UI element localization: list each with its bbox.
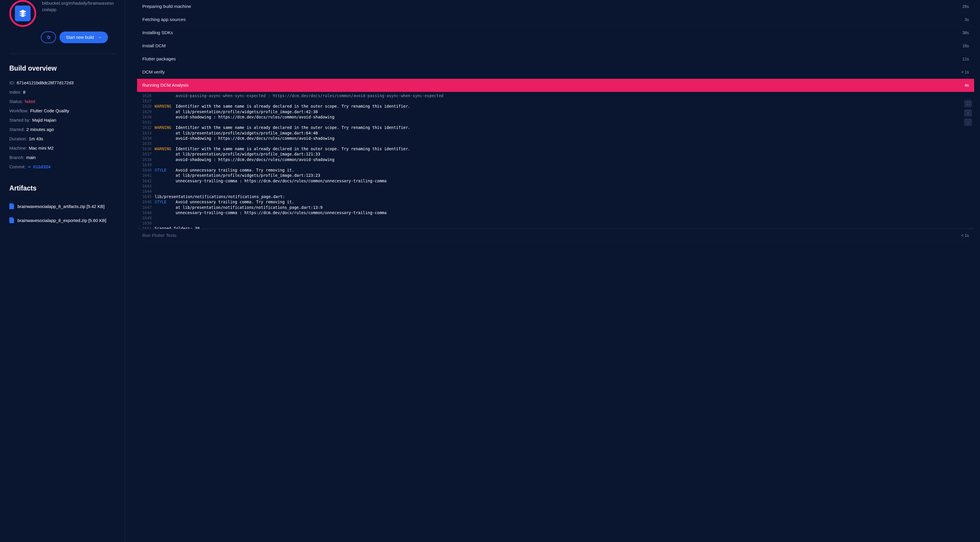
log-message: unnecessary-trailing-comma : https://dcm… [176, 210, 974, 215]
log-line: 1628WARNINGIdentifier with the same name… [139, 104, 974, 109]
log-line: 1629at lib/presentation/profile/widgets/… [139, 109, 974, 114]
overview-value: Flutter Code Quality [30, 107, 69, 114]
overview-label: Machine: [10, 145, 27, 152]
line-number: 1644 [139, 189, 154, 194]
step-time: 38s [962, 30, 969, 35]
overview-value: Majid Hajian [32, 117, 57, 124]
build-step[interactable]: Flutter packages11s [137, 53, 974, 65]
log-tag [154, 173, 176, 178]
log-message: Identifier with the same name is already… [176, 146, 974, 151]
overview-label: Branch: [10, 154, 24, 161]
log-tag: STYLE [154, 199, 176, 204]
log-scroll-down-button[interactable]: ↓ [964, 119, 972, 126]
log-message: at lib/presentation/profile/widgets/prof… [176, 151, 974, 157]
build-step[interactable]: Install DCM16s [137, 39, 974, 53]
step-time: < 1s [961, 70, 969, 74]
log-line: 1641at lib/presentation/profile/widgets/… [139, 173, 974, 178]
log-tag [154, 151, 176, 157]
line-number: 1647 [139, 205, 154, 210]
layers-icon [18, 9, 27, 18]
overview-label: Started by: [10, 117, 30, 124]
log-tag: WARNING [154, 146, 176, 151]
build-step[interactable]: Run Flutter Tests< 1s [137, 229, 974, 242]
artifact-item[interactable]: brainwavesocialapp_8_artifacts.zip [5.42… [10, 199, 115, 213]
log-tag [154, 114, 176, 120]
overview-value: 1m 43s [29, 136, 43, 142]
line-number: 1643 [139, 183, 154, 189]
step-name: DCM verify [142, 69, 165, 75]
build-step[interactable]: DCM verify< 1s [137, 65, 974, 79]
log-tag [154, 205, 176, 210]
line-number: 1628 [139, 104, 154, 109]
overview-label: ID: [10, 79, 15, 86]
log-tag [154, 136, 176, 141]
line-number: 1639 [139, 162, 154, 167]
step-time: 16s [962, 43, 969, 48]
overview-label: Status: [10, 98, 23, 105]
step-time: < 1s [961, 233, 969, 238]
line-number: 1632 [139, 125, 154, 130]
overview-started: Started: 2 minutes ago [10, 126, 115, 133]
log-tag: STYLE [154, 167, 176, 173]
log-message: avoid-shadowing : https://dcm.dev/docs/r… [176, 157, 974, 162]
log-message: lib/presentation/notifications/notificat… [154, 194, 974, 199]
step-name: Install DCM [142, 43, 165, 48]
step-name: Flutter packages [142, 56, 176, 62]
build-step[interactable]: Installing SDKs38s [137, 26, 974, 39]
log-tag [154, 98, 176, 104]
log-line: 1630avoid-shadowing : https://dcm.dev/do… [139, 114, 974, 120]
log-message: Identifier with the same name is already… [176, 104, 974, 109]
step-name: Fetching app sources [142, 17, 186, 22]
step-name: Running DCM Analysis [142, 83, 189, 88]
artifact-item[interactable]: brainwavesocialapp_8_exported.zip [5.60 … [10, 213, 115, 227]
log-line: 1626avoid-passing-async-when-sync-expect… [139, 93, 974, 98]
log-line: 1640STYLEAvoid unnecessary trailing comm… [139, 167, 974, 173]
line-number: 1651 [139, 226, 154, 229]
step-name: Preparing build machine [142, 4, 191, 9]
repo-path: bitbucket.org/mhadaily/brainwavesocialap… [42, 0, 115, 13]
start-build-label: Start new build [66, 35, 94, 40]
log-message: at lib/presentation/profile/widgets/prof… [176, 173, 974, 178]
overview-duration: Duration: 1m 43s [10, 136, 115, 142]
start-build-button[interactable]: Start new build → [59, 32, 108, 43]
artifact-name: brainwavesocialapp_8_exported.zip [5.60 … [18, 218, 106, 223]
line-number: 1627 [139, 98, 154, 104]
log-scroll-up-button[interactable]: ↑ [964, 109, 972, 116]
log-line: 1643 [139, 183, 974, 189]
divider [10, 54, 115, 54]
arrow-up-icon: ↑ [967, 111, 969, 115]
log-message [176, 189, 974, 194]
line-number: 1650 [139, 220, 154, 226]
settings-button[interactable] [41, 32, 56, 43]
overview-label: Duration: [10, 136, 27, 142]
commit-link[interactable]: 012d324 [27, 163, 51, 171]
overview-machine: Machine: Mac mini M2 [10, 145, 115, 152]
overview-index: Index: 8 [10, 89, 115, 96]
log-line: 1650 [139, 220, 974, 226]
line-number: 1641 [139, 173, 154, 178]
overview-started-by: Started by: Majid Hajian [10, 117, 115, 124]
log-message: Identifier with the same name is already… [176, 125, 974, 130]
build-step[interactable]: Preparing build machine26s [137, 0, 974, 13]
overview-value: 2 minutes ago [27, 126, 54, 133]
line-number: 1629 [139, 109, 154, 114]
log-line: 1646STYLEAvoid unnecessary trailing comm… [139, 199, 974, 204]
line-number: 1637 [139, 151, 154, 157]
log-line: 1635 [139, 141, 974, 146]
steps-list: Preparing build machine26sFetching app s… [137, 0, 974, 242]
log-line: 1651Scanned folders: 30 [139, 226, 974, 229]
expand-icon: ⛶ [967, 102, 970, 105]
step-time: 4s [964, 83, 969, 88]
arrow-right-icon: → [97, 35, 102, 40]
log-output[interactable]: 1626avoid-passing-async-when-sync-expect… [137, 92, 974, 229]
line-number: 1630 [139, 114, 154, 120]
build-step[interactable]: Fetching app sources3s [137, 13, 974, 26]
artifacts-section: Artifacts brainwavesocialapp_8_artifacts… [10, 184, 115, 227]
log-line: 1632WARNINGIdentifier with the same name… [139, 125, 974, 130]
log-message: Scanned folders: 30 [154, 226, 974, 229]
log-line: 1642unnecessary-trailing-comma : https:/… [139, 178, 974, 183]
overview-status: Status: failed [10, 98, 115, 105]
log-fullscreen-button[interactable]: ⛶ [964, 100, 972, 107]
build-step[interactable]: Running DCM Analysis4s [137, 79, 974, 92]
log-tag [154, 183, 176, 189]
